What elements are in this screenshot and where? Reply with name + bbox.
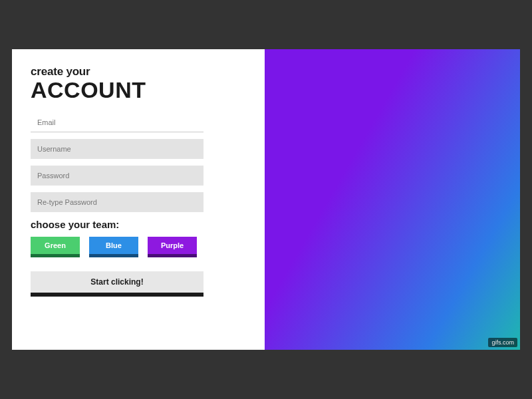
username-field[interactable] [31, 139, 203, 159]
signup-form [31, 112, 246, 212]
submit-wrap: Start clicking! [31, 271, 203, 293]
team-button-blue[interactable]: Blue [89, 237, 138, 254]
hero-gradient [265, 49, 520, 350]
signup-card: create your ACCOUNT choose your team: Gr… [12, 49, 520, 350]
submit-button[interactable]: Start clicking! [31, 271, 203, 293]
team-options: Green Blue Purple [31, 237, 246, 254]
heading-large: ACCOUNT [31, 77, 246, 103]
watermark: gifs.com [488, 338, 517, 347]
team-button-green[interactable]: Green [31, 237, 80, 254]
form-panel: create your ACCOUNT choose your team: Gr… [12, 49, 265, 350]
team-label: choose your team: [31, 219, 246, 230]
heading-small: create your [31, 65, 246, 78]
email-field[interactable] [31, 112, 203, 132]
submit-shadow [31, 293, 203, 297]
team-button-purple[interactable]: Purple [148, 237, 197, 254]
password-field[interactable] [31, 166, 203, 186]
confirm-password-field[interactable] [31, 192, 203, 212]
